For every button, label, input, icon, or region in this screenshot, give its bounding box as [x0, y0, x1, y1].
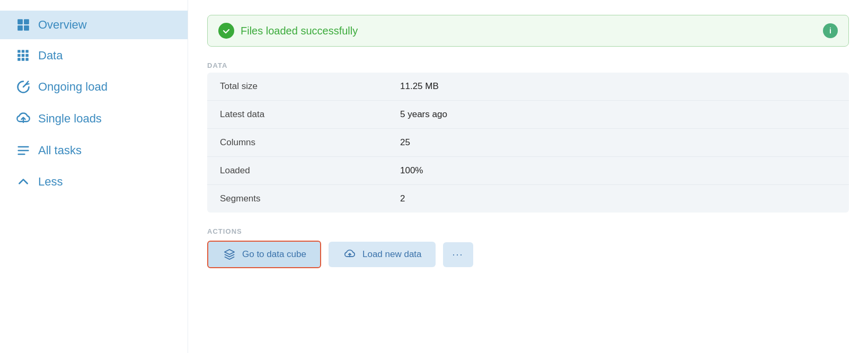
data-label-segments: Segments	[220, 193, 400, 204]
load-new-data-label: Load new data	[362, 249, 422, 260]
svg-rect-2	[17, 25, 23, 31]
data-value-columns: 25	[400, 137, 410, 148]
success-banner-left: Files loaded successfully	[218, 23, 358, 39]
data-value-latest-data: 5 years ago	[400, 109, 447, 120]
svg-rect-9	[25, 54, 28, 57]
sidebar-item-label: All tasks	[38, 144, 82, 157]
table-row: Columns 25	[207, 129, 849, 157]
table-row: Loaded 100%	[207, 157, 849, 185]
main-content: Files loaded successfully i DATA Total s…	[188, 0, 868, 353]
svg-rect-0	[17, 19, 23, 24]
success-banner: Files loaded successfully i	[207, 15, 849, 47]
data-label-columns: Columns	[220, 137, 400, 148]
table-row: Latest data 5 years ago	[207, 101, 849, 129]
go-to-data-cube-button[interactable]: Go to data cube	[207, 241, 321, 268]
actions-section: ACTIONS Go to data cube	[207, 227, 849, 268]
data-value-segments: 2	[400, 193, 405, 204]
data-table: Total size 11.25 MB Latest data 5 years …	[207, 73, 849, 213]
sidebar-item-ongoing-load[interactable]: Ongoing load	[0, 72, 188, 102]
data-section: DATA Total size 11.25 MB Latest data 5 y…	[207, 61, 849, 213]
table-row: Total size 11.25 MB	[207, 73, 849, 101]
data-section-label: DATA	[207, 61, 849, 69]
ongoing-icon	[16, 80, 31, 94]
data-value-total-size: 11.25 MB	[400, 81, 439, 92]
data-value-loaded: 100%	[400, 165, 423, 176]
data-label-loaded: Loaded	[220, 165, 400, 176]
svg-rect-6	[25, 50, 28, 52]
sidebar-item-label: Overview	[38, 18, 87, 32]
sidebar-item-data[interactable]: Data	[0, 41, 188, 70]
sidebar-item-label: Less	[38, 175, 63, 189]
svg-rect-10	[17, 58, 20, 60]
info-icon-label: i	[829, 27, 831, 35]
info-icon[interactable]: i	[823, 23, 838, 38]
sidebar-item-less[interactable]: Less	[0, 167, 188, 196]
cube-icon	[222, 249, 237, 260]
svg-rect-1	[24, 19, 29, 24]
more-actions-button[interactable]: ···	[443, 242, 473, 267]
data-icon	[16, 49, 31, 63]
chevron-up-icon	[16, 175, 31, 189]
table-row: Segments 2	[207, 185, 849, 213]
data-label-latest-data: Latest data	[220, 109, 400, 120]
actions-section-label: ACTIONS	[207, 227, 849, 235]
actions-buttons: Go to data cube Load new data ···	[207, 241, 849, 268]
success-message: Files loaded successfully	[241, 25, 358, 37]
svg-rect-4	[17, 50, 20, 52]
sidebar-item-single-loads[interactable]: Single loads	[0, 104, 188, 134]
sidebar-item-all-tasks[interactable]: All tasks	[0, 136, 188, 165]
upload-icon	[16, 111, 31, 126]
svg-rect-7	[17, 54, 20, 57]
go-to-data-cube-label: Go to data cube	[242, 249, 306, 260]
sidebar-item-label: Data	[38, 49, 63, 63]
grid-icon	[16, 18, 31, 32]
svg-rect-11	[22, 58, 24, 60]
data-label-total-size: Total size	[220, 81, 400, 92]
more-actions-label: ···	[453, 249, 464, 260]
success-check-icon	[218, 23, 234, 39]
svg-rect-5	[22, 50, 24, 52]
upload-btn-icon	[342, 249, 357, 260]
svg-rect-8	[22, 54, 24, 57]
svg-rect-12	[25, 58, 28, 60]
tasks-icon	[16, 143, 31, 158]
load-new-data-button[interactable]: Load new data	[329, 242, 436, 267]
svg-rect-3	[24, 25, 29, 31]
sidebar: Overview Data Ongoing	[0, 0, 188, 353]
sidebar-item-label: Ongoing load	[38, 80, 108, 94]
sidebar-item-label: Single loads	[38, 112, 102, 126]
sidebar-item-overview[interactable]: Overview	[0, 11, 188, 39]
